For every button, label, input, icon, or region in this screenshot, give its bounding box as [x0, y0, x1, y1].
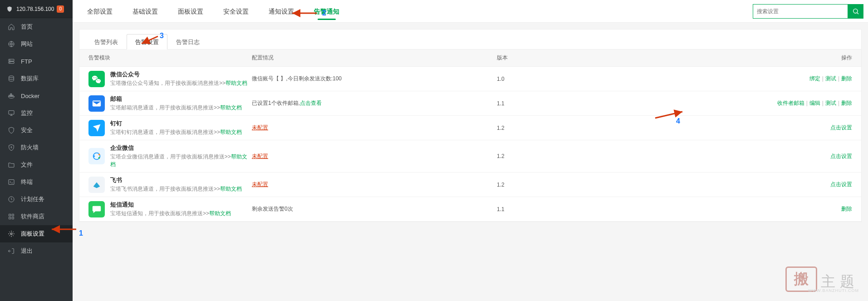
module-desc: 宝塔邮箱消息通道，用于接收面板消息推送>>帮助文档 — [110, 104, 242, 112]
search-icon — [852, 8, 859, 15]
watermark: 搬 主题 WWW.BANZHUTI.COM — [785, 266, 859, 292]
sidebar-item-shield[interactable]: 安全 — [0, 122, 73, 139]
sidebar-item-exit[interactable]: 退出 — [0, 242, 73, 260]
sidebar-item-db[interactable]: 数据库 — [0, 70, 73, 87]
op-link[interactable]: 删除 — [841, 100, 852, 106]
monitor-icon — [7, 109, 15, 117]
op-link[interactable]: 删除 — [841, 75, 852, 82]
table-row: 飞书宝塔飞书消息通道，用于接收面板消息推送>>帮助文档未配置1.2点击设置 — [79, 173, 861, 197]
search-input[interactable] — [753, 5, 848, 18]
module-version: 1.0 — [497, 76, 692, 82]
grid-icon — [7, 212, 15, 221]
sidebar-item-label: 监控 — [21, 109, 33, 117]
sidebar-item-grid[interactable]: 软件商店 — [0, 208, 73, 225]
search-box — [753, 4, 848, 19]
notification-badge[interactable]: 0 — [57, 5, 64, 13]
terminal-icon — [7, 178, 15, 186]
module-title: 钉钉 — [110, 119, 242, 128]
sidebar-item-label: 首页 — [21, 23, 33, 31]
config-link[interactable]: 点击查看 — [300, 100, 322, 106]
sidebar-header: 120.78.156.100 0 — [0, 0, 73, 18]
help-link[interactable]: 帮助文档 — [220, 186, 242, 192]
sidebar-item-label: 防火墙 — [21, 143, 39, 152]
module-desc: 宝塔企业微信消息通道，用于接收面板消息推送>>帮助文档 — [110, 153, 252, 168]
op-link[interactable]: 点击设置 — [830, 181, 852, 188]
op-link[interactable]: 编辑 — [809, 100, 820, 106]
op-link[interactable]: 测试 — [825, 75, 836, 82]
config-text: 已设置1个收件邮箱, — [252, 100, 300, 106]
home-icon — [7, 23, 15, 31]
sidebar-item-monitor[interactable]: 监控 — [0, 104, 73, 122]
wechat-icon — [88, 71, 105, 87]
config-warning[interactable]: 未配置 — [252, 153, 268, 159]
table-row: 企业微信宝塔企业微信消息通道，用于接收面板消息推送>>帮助文档未配置1.2点击设… — [79, 140, 861, 173]
help-link[interactable]: 帮助文档 — [110, 153, 247, 168]
db-icon — [7, 74, 15, 83]
sidebar-item-clock[interactable]: 计划任务 — [0, 191, 73, 208]
sidebar-item-label: 退出 — [21, 247, 33, 255]
sub-tabs: 告警列表告警设置告警日志 — [79, 30, 861, 49]
module-version: 1.1 — [497, 206, 692, 212]
sidebar-item-folder[interactable]: 文件 — [0, 156, 73, 173]
subtab-0[interactable]: 告警列表 — [86, 34, 127, 49]
feishu-icon — [88, 177, 105, 193]
op-link[interactable]: 收件者邮箱 — [777, 100, 804, 106]
table-row: 短信通知宝塔短信通知，用于接收面板消息推送>>帮助文档剩余发送告警0次1.1删除 — [79, 197, 861, 222]
module-version: 1.2 — [497, 125, 692, 131]
module-desc: 宝塔短信通知，用于接收面板消息推送>>帮助文档 — [110, 210, 231, 217]
sidebar-item-home[interactable]: 首页 — [0, 18, 73, 35]
docker-icon — [7, 92, 15, 100]
qywx-icon — [88, 148, 105, 164]
folder-icon — [7, 161, 15, 169]
op-link[interactable]: 点击设置 — [830, 124, 852, 131]
sidebar-item-label: 网站 — [21, 40, 33, 48]
ftp-icon — [7, 57, 15, 65]
config-warning[interactable]: 未配置 — [252, 124, 268, 131]
top-tabs: 全部设置基础设置面板设置安全设置通知设置告警通知 — [73, 0, 868, 23]
tab-0[interactable]: 全部设置 — [77, 0, 123, 23]
tab-3[interactable]: 安全设置 — [213, 0, 259, 23]
sidebar-item-ftp[interactable]: FTP — [0, 53, 73, 70]
tab-2[interactable]: 面板设置 — [168, 0, 213, 23]
tab-1[interactable]: 基础设置 — [123, 0, 168, 23]
help-link[interactable]: 帮助文档 — [220, 129, 242, 135]
globe-icon — [7, 40, 15, 48]
sidebar-item-fire[interactable]: 防火墙 — [0, 139, 73, 156]
module-title: 短信通知 — [110, 201, 231, 209]
search-button[interactable] — [848, 4, 863, 19]
module-title: 企业微信 — [110, 144, 252, 152]
help-link[interactable]: 帮助文档 — [226, 80, 247, 86]
sidebar-item-label: Docker — [21, 93, 39, 99]
op-link[interactable]: 点击设置 — [830, 153, 852, 159]
sidebar-item-terminal[interactable]: 终端 — [0, 173, 73, 191]
tab-4[interactable]: 通知设置 — [259, 0, 304, 23]
svg-rect-11 — [9, 180, 14, 185]
fire-icon — [7, 143, 15, 152]
annotation-num-1: 1 — [79, 229, 83, 237]
config-warning[interactable]: 未配置 — [252, 181, 268, 188]
module-desc: 宝塔飞书消息通道，用于接收面板消息推送>>帮助文档 — [110, 185, 242, 193]
sidebar-item-docker[interactable]: Docker — [0, 87, 73, 104]
op-link[interactable]: 测试 — [825, 100, 836, 106]
clock-icon — [7, 195, 15, 203]
sidebar-item-globe[interactable]: 网站 — [0, 35, 73, 53]
subtab-2[interactable]: 告警日志 — [167, 34, 208, 49]
watermark-stamp: 搬 — [785, 266, 817, 292]
svg-rect-15 — [9, 217, 11, 219]
help-link[interactable]: 帮助文档 — [209, 210, 231, 217]
subtab-1[interactable]: 告警设置 — [127, 34, 167, 49]
svg-rect-13 — [9, 214, 11, 216]
svg-rect-9 — [10, 94, 12, 95]
svg-point-23 — [98, 157, 100, 159]
table-row: 微信公众号宝塔微信公众号通知，用于接收面板消息推送>>帮助文档微信账号【 】,今… — [79, 67, 861, 91]
gear-icon — [7, 230, 15, 238]
sidebar-item-gear[interactable]: 面板设置 — [0, 225, 73, 242]
server-ip: 120.78.156.100 — [16, 6, 54, 12]
sidebar-item-label: 软件商店 — [21, 212, 44, 221]
config-text: 剩余发送告警0次 — [252, 206, 293, 212]
op-link[interactable]: 绑定 — [809, 75, 820, 82]
tab-5[interactable]: 告警通知 — [304, 0, 349, 23]
op-link[interactable]: 删除 — [841, 206, 852, 212]
sidebar: 120.78.156.100 0 首页网站FTP数据库Docker监控安全防火墙… — [0, 0, 73, 301]
help-link[interactable]: 帮助文档 — [220, 104, 242, 111]
